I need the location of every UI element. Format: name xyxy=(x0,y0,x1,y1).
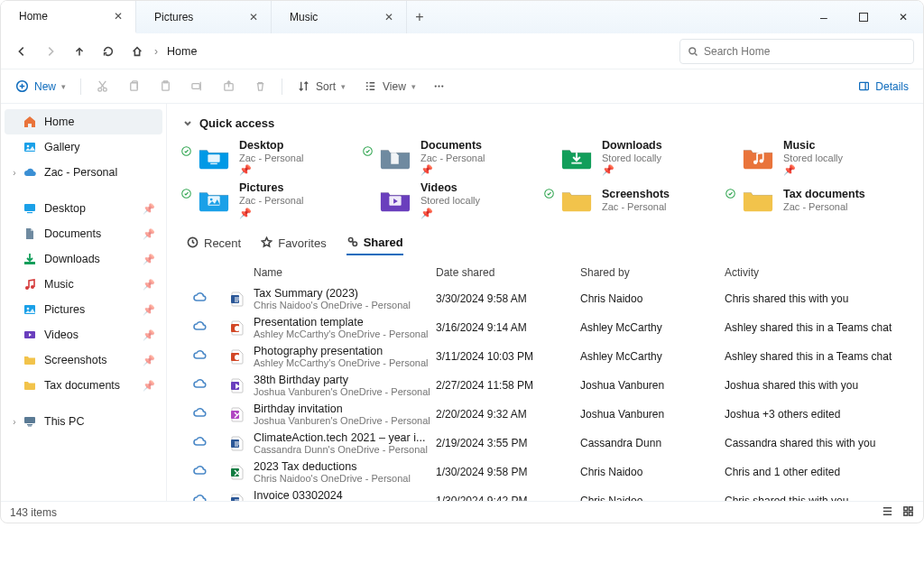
sync-status-icon xyxy=(181,189,191,199)
close-tab-button[interactable]: ✕ xyxy=(249,11,258,23)
shared-file-row[interactable]: 2023 Tax deductions Chris Naidoo's OneDr… xyxy=(183,458,907,486)
activity-text: Cassandra shared this with you xyxy=(725,437,907,449)
copy-button[interactable] xyxy=(120,74,148,99)
folder-location: Zac - Personal xyxy=(239,195,304,207)
col-name[interactable]: Name xyxy=(254,266,436,279)
pin-icon: 📌 xyxy=(420,164,485,176)
quick-access-desktop[interactable]: Desktop Zac - Personal 📌 xyxy=(198,139,363,176)
date-shared: 1/30/2024 9:42 PM xyxy=(436,495,580,501)
subtab-recent[interactable]: Recent xyxy=(187,236,241,255)
sidebar-item-label: Videos xyxy=(44,329,79,341)
new-button[interactable]: New▾ xyxy=(8,74,73,99)
back-button[interactable] xyxy=(10,40,33,63)
new-tab-button[interactable]: + xyxy=(407,9,432,25)
shared-by: Chris Naidoo xyxy=(580,495,725,501)
quick-access-pictures[interactable]: Pictures Zac - Personal 📌 xyxy=(198,181,363,218)
quick-access-screenshots[interactable]: Screenshots Zac - Personal xyxy=(560,181,725,218)
activity-text: Chris and 1 other edited xyxy=(725,466,907,478)
pin-icon: 📌 xyxy=(143,304,155,316)
quick-access-videos[interactable]: Videos Stored locally 📌 xyxy=(379,181,544,218)
tab-pictures[interactable]: Pictures ✕ xyxy=(136,1,272,33)
sidebar-item-music[interactable]: Music 📌 xyxy=(5,272,162,297)
col-by[interactable]: Shared by xyxy=(580,266,725,279)
sort-button[interactable]: Sort▾ xyxy=(290,74,353,99)
svg-rect-29 xyxy=(28,426,32,427)
sidebar-item-documents[interactable]: Documents 📌 xyxy=(5,221,162,246)
sidebar-item-label: Tax documents xyxy=(44,379,120,392)
sidebar-item-desktop[interactable]: Desktop 📌 xyxy=(5,196,162,221)
close-tab-button[interactable]: ✕ xyxy=(384,11,393,23)
sidebar-item-pictures[interactable]: Pictures 📌 xyxy=(5,297,162,322)
share-button[interactable] xyxy=(215,74,243,99)
folder-icon xyxy=(742,144,774,171)
subtab-shared[interactable]: Shared xyxy=(346,236,403,255)
quick-access-documents[interactable]: Documents Zac - Personal 📌 xyxy=(379,139,544,176)
pin-icon: 📌 xyxy=(602,164,662,176)
close-tab-button[interactable]: ✕ xyxy=(114,10,123,23)
activity-text: Joshua shared this with you xyxy=(725,379,907,392)
file-location: Joshua Vanburen's OneDrive - Personal xyxy=(254,415,436,426)
col-date[interactable]: Date shared xyxy=(436,266,580,279)
tab-home[interactable]: Home ✕ xyxy=(1,1,136,33)
sidebar-item-tax documents[interactable]: Tax documents 📌 xyxy=(5,373,162,398)
minimize-button[interactable] xyxy=(804,1,844,33)
main-panel: Quick access Desktop Zac - Personal 📌 Do… xyxy=(167,104,923,501)
shared-file-row[interactable]: Photography presentation Ashley McCarthy… xyxy=(183,342,907,371)
shared-file-row[interactable]: Tax Summary (2023) Chris Naidoo's OneDri… xyxy=(183,284,907,313)
folder-icon xyxy=(198,144,230,171)
search-input[interactable] xyxy=(704,45,906,58)
cloud-status-icon xyxy=(192,492,228,501)
sidebar-item-screenshots[interactable]: Screenshots 📌 xyxy=(5,347,162,373)
quick-access-tax documents[interactable]: Tax documents Zac - Personal xyxy=(742,181,907,218)
date-shared: 2/19/2024 3:55 PM xyxy=(436,437,580,449)
sidebar-item-zac - personal[interactable]: › Zac - Personal xyxy=(5,160,162,185)
sidebar-item-videos[interactable]: Videos 📌 xyxy=(5,322,162,347)
sidebar-item-home[interactable]: Home xyxy=(5,109,162,134)
chevron-right-icon: › xyxy=(10,417,19,427)
sidebar-item-downloads[interactable]: Downloads 📌 xyxy=(5,246,162,272)
thispc-icon xyxy=(23,414,37,429)
forward-button[interactable] xyxy=(39,40,62,63)
shared-by: Cassandra Dunn xyxy=(580,437,725,449)
refresh-button[interactable] xyxy=(97,40,120,63)
folder-name: Screenshots xyxy=(602,188,670,201)
sidebar-item-this pc[interactable]: › This PC xyxy=(5,409,162,434)
paste-button[interactable] xyxy=(152,74,180,99)
file-type-icon xyxy=(228,376,246,394)
shared-file-row[interactable]: Invoice 03302024 Chris Naidoo's OneDrive… xyxy=(183,486,907,501)
col-activity[interactable]: Activity xyxy=(725,266,907,279)
thumbnail-view-toggle[interactable] xyxy=(902,505,914,520)
tab-music[interactable]: Music ✕ xyxy=(272,1,407,33)
shared-file-row[interactable]: ClimateAction.tech 2021 – year i... Cass… xyxy=(183,429,907,458)
up-button[interactable] xyxy=(68,40,91,63)
view-button[interactable]: View▾ xyxy=(356,74,423,99)
sidebar-item-label: Zac - Personal xyxy=(44,166,117,179)
shared-by: Joshua Vanburen xyxy=(580,379,725,392)
delete-button[interactable] xyxy=(246,74,274,99)
cloud-icon xyxy=(23,165,37,180)
svg-point-14 xyxy=(438,85,439,87)
quick-access-header[interactable]: Quick access xyxy=(183,116,907,130)
subtab-favorites[interactable]: Favorites xyxy=(261,236,326,255)
sidebar-item-gallery[interactable]: Gallery xyxy=(5,134,162,160)
close-window-button[interactable] xyxy=(883,1,923,33)
shared-file-row[interactable]: Birthday invitation Joshua Vanburen's On… xyxy=(183,400,907,429)
maximize-button[interactable] xyxy=(844,1,883,33)
breadcrumb[interactable]: Home xyxy=(167,45,197,58)
folder-name: Music xyxy=(783,139,843,153)
shared-file-row[interactable]: 38th Birthday party Joshua Vanburen's On… xyxy=(183,371,907,400)
desktop-icon xyxy=(23,201,37,216)
details-view-toggle[interactable] xyxy=(882,505,893,520)
folder-name: Downloads xyxy=(602,139,662,153)
svg-point-42 xyxy=(726,190,735,199)
rename-button[interactable] xyxy=(183,74,211,99)
quick-access-music[interactable]: Music Stored locally 📌 xyxy=(742,139,907,176)
quick-access-downloads[interactable]: Downloads Stored locally 📌 xyxy=(560,139,725,176)
shared-file-row[interactable]: Presentation template Ashley McCarthy's … xyxy=(183,313,907,342)
more-button[interactable] xyxy=(427,74,451,99)
home-crumb-icon[interactable] xyxy=(125,40,149,63)
folder-name: Videos xyxy=(420,181,480,195)
cut-button[interactable] xyxy=(88,74,116,99)
search-box[interactable] xyxy=(679,39,914,64)
details-pane-button[interactable]: Details xyxy=(851,74,916,99)
